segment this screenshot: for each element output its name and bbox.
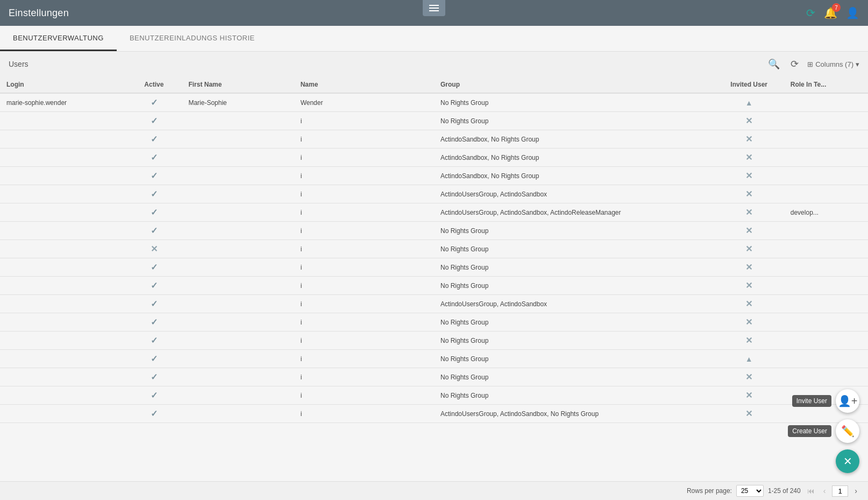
cell-name: i	[294, 149, 434, 167]
table-row[interactable]: ✓iNo Rights Group✕	[0, 277, 868, 295]
notification-icon[interactable]: 🔔 7	[824, 6, 837, 19]
cell-login	[0, 149, 126, 167]
cell-invited-cross: ✕	[714, 258, 784, 277]
cell-invited-cross: ✕	[714, 332, 784, 350]
search-button[interactable]: 🔍	[766, 56, 782, 72]
table-row[interactable]: ✓iNo Rights Group✕	[0, 258, 868, 277]
cross-icon: ✕	[745, 372, 752, 382]
table-row[interactable]: ✓iActindoUsersGroup, ActindoSandbox, Act…	[0, 203, 868, 222]
table-row[interactable]: ✓iNo Rights Group▲	[0, 350, 868, 368]
cell-login	[0, 386, 126, 405]
checkmark-icon: ✓	[151, 208, 158, 217]
next-page-button[interactable]: ›	[852, 485, 859, 496]
cell-firstname: Marie-Sophie	[182, 93, 294, 112]
cell-firstname	[182, 258, 294, 277]
table-row[interactable]: ✓iNo Rights Group✕	[0, 112, 868, 130]
prev-page-button[interactable]: ‹	[821, 485, 828, 496]
cell-name: i	[294, 222, 434, 240]
pagination-bar: Rows per page: 102550100 1-25 of 240 ⏮ ‹…	[0, 481, 868, 500]
cell-group: No Rights Group	[434, 112, 714, 130]
invite-user-button[interactable]: 👤+	[836, 389, 859, 413]
cell-invited-up: ▲	[714, 93, 784, 112]
table-row[interactable]: ✓iNo Rights Group✕	[0, 313, 868, 332]
cell-firstname	[182, 295, 294, 313]
page-number-input[interactable]	[832, 485, 848, 497]
cell-role	[784, 295, 868, 313]
tab-benutzerverwaltung[interactable]: BENUTZERVERWALTUNG	[0, 26, 117, 51]
table-row[interactable]: ✕iNo Rights Group✕	[0, 240, 868, 258]
checkmark-icon: ✓	[151, 171, 158, 180]
columns-icon: ⊞	[807, 60, 813, 68]
checkmark-icon: ✓	[151, 226, 158, 235]
cell-login	[0, 405, 126, 423]
tab-benutzereinladungs[interactable]: BENUTZEREINLADUNGS HISTORIE	[117, 26, 268, 51]
table-row[interactable]: ✓iActindoUsersGroup, ActindoSandbox✕	[0, 295, 868, 313]
table-row[interactable]: marie-sophie.wender✓Marie-SophieWenderNo…	[0, 93, 868, 112]
col-header-name: Name	[294, 76, 434, 93]
up-icon: ▲	[745, 355, 753, 363]
col-header-login: Login	[0, 76, 126, 93]
cross-icon: ✕	[745, 153, 752, 162]
cell-name: i	[294, 185, 434, 203]
cross-icon: ✕	[745, 409, 752, 418]
cell-group: ActindoUsersGroup, ActindoSandbox, Actin…	[434, 203, 714, 222]
cell-group: No Rights Group	[434, 277, 714, 295]
cell-group: No Rights Group	[434, 93, 714, 112]
toolbar-actions: 🔍 ⟳ ⊞ Columns (7) ▾	[766, 56, 859, 72]
cross-icon: ✕	[745, 299, 752, 308]
close-fab-button[interactable]: ✕	[836, 449, 859, 473]
table-row[interactable]: ✓iNo Rights Group✕	[0, 368, 868, 386]
columns-button[interactable]: ⊞ Columns (7) ▾	[807, 60, 859, 68]
cell-active-check: ✓	[126, 368, 182, 386]
cell-active-check: ✓	[126, 313, 182, 332]
table-row[interactable]: ✓iActindoSandbox, No Rights Group✕	[0, 167, 868, 185]
table-row[interactable]: ✓iActindoUsersGroup, ActindoSandbox, No …	[0, 405, 868, 423]
rows-per-page-label: Rows per page:	[687, 487, 732, 495]
cell-invited-cross: ✕	[714, 149, 784, 167]
up-icon: ▲	[745, 98, 753, 107]
avatar[interactable]: 👤	[846, 6, 859, 19]
cell-group: ActindoUsersGroup, ActindoSandbox	[434, 185, 714, 203]
cell-group: No Rights Group	[434, 258, 714, 277]
cell-invited-cross: ✕	[714, 386, 784, 405]
close-icon: ✕	[843, 455, 852, 468]
checkmark-icon: ✓	[151, 318, 158, 327]
hamburger-menu[interactable]	[423, 0, 445, 16]
cell-firstname	[182, 368, 294, 386]
table-row[interactable]: ✓iActindoSandbox, No Rights Group✕	[0, 130, 868, 149]
rows-per-page-select[interactable]: 102550100	[736, 485, 764, 497]
cell-invited-cross: ✕	[714, 368, 784, 386]
fab-container: Invite User 👤+ Create User ✏️ ✕	[788, 389, 859, 473]
table-row[interactable]: ✓iActindoUsersGroup, ActindoSandbox✕	[0, 185, 868, 203]
cell-firstname	[182, 130, 294, 149]
cell-name: i	[294, 277, 434, 295]
cell-role	[784, 332, 868, 350]
cell-name: Wender	[294, 93, 434, 112]
table-row[interactable]: ✓iActindoSandbox, No Rights Group✕	[0, 149, 868, 167]
create-user-button[interactable]: ✏️	[836, 419, 859, 443]
cell-role	[784, 167, 868, 185]
cell-group: No Rights Group	[434, 332, 714, 350]
cell-name: i	[294, 368, 434, 386]
cell-login	[0, 167, 126, 185]
first-page-button[interactable]: ⏮	[805, 485, 817, 496]
cell-active-cross: ✕	[126, 240, 182, 258]
cell-invited-cross: ✕	[714, 185, 784, 203]
checkmark-icon: ✓	[151, 299, 158, 308]
cell-group: No Rights Group	[434, 386, 714, 405]
cell-login	[0, 313, 126, 332]
table-row[interactable]: ✓iNo Rights Group✕	[0, 386, 868, 405]
cell-firstname	[182, 332, 294, 350]
cell-login	[0, 185, 126, 203]
cell-active-check: ✓	[126, 222, 182, 240]
cell-login	[0, 332, 126, 350]
spinner-icon: ⟳	[806, 6, 815, 19]
refresh-button[interactable]: ⟳	[788, 56, 801, 72]
invite-user-fab-item: Invite User 👤+	[792, 389, 859, 413]
table-row[interactable]: ✓iNo Rights Group✕	[0, 222, 868, 240]
cell-invited-cross: ✕	[714, 203, 784, 222]
table-row[interactable]: ✓iNo Rights Group✕	[0, 332, 868, 350]
cell-active-check: ✓	[126, 130, 182, 149]
table-wrapper: Login Active First Name Name Group Invit…	[0, 76, 868, 481]
cell-login	[0, 203, 126, 222]
